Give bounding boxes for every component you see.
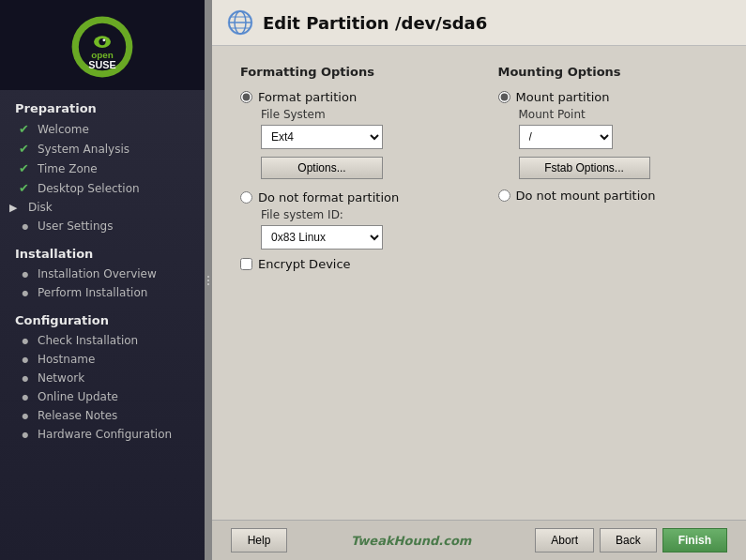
svg-text:SUSE: SUSE (88, 59, 115, 70)
fstab-options-button[interactable]: Fstab Options... (519, 157, 650, 179)
mounting-options-panel: Mounting Options Mount partition Mount P… (498, 65, 719, 206)
mount-point-dropdown-row: / /boot /home /opt /srv /tmp /usr /var (519, 125, 719, 149)
no-format-label[interactable]: Do not format partition (258, 190, 399, 204)
main-content: Edit Partition /dev/sda6 Formatting Opti… (212, 0, 746, 560)
sidebar-item-desktop-selection[interactable]: ✔ Desktop Selection (0, 178, 205, 198)
sidebar: open SUSE Preparation ✔ Welcome ✔ System… (0, 0, 205, 560)
no-mount-label[interactable]: Do not mount partition (516, 189, 656, 203)
check-icon: ✔ (19, 161, 32, 175)
sidebar-label-release-notes: Release Notes (38, 409, 117, 422)
page-header: Edit Partition /dev/sda6 (212, 0, 746, 46)
sidebar-item-user-settings[interactable]: ● User Settings (0, 217, 205, 235)
section-configuration: Configuration (0, 306, 205, 331)
bullet-icon: ● (19, 356, 32, 364)
mounting-panel-title: Mounting Options (498, 65, 719, 79)
no-format-row: Do not format partition (240, 190, 461, 204)
filesystem-id-select[interactable]: 0x83 Linux 0x82 Swap 0x8e LVM 0xfd RAID (261, 225, 383, 250)
no-mount-radio[interactable] (498, 189, 510, 202)
mount-partition-row: Mount partition (498, 90, 719, 104)
sidebar-item-release-notes[interactable]: ● Release Notes (0, 406, 205, 425)
filesystem-id-dropdown-row: 0x83 Linux 0x82 Swap 0x8e LVM 0xfd RAID (261, 225, 461, 250)
sidebar-label-online-update: Online Update (38, 390, 118, 403)
sidebar-item-welcome[interactable]: ✔ Welcome (0, 119, 205, 139)
footer-right: Abort Back Finish (535, 528, 727, 552)
encrypt-label[interactable]: Encrypt Device (258, 257, 351, 271)
divider-dot (207, 276, 209, 278)
options-button[interactable]: Options... (261, 157, 383, 179)
arrow-icon: ▶ (9, 202, 23, 214)
sidebar-item-time-zone[interactable]: ✔ Time Zone (0, 159, 205, 178)
bullet-icon: ● (19, 289, 32, 297)
section-installation: Installation (0, 239, 205, 265)
sidebar-label-welcome: Welcome (38, 123, 89, 136)
sidebar-item-perform-installation[interactable]: ● Perform Installation (0, 283, 205, 302)
bullet-icon: ● (19, 222, 32, 231)
sidebar-item-network[interactable]: ● Network (0, 369, 205, 387)
sidebar-resize-handle[interactable] (205, 0, 212, 560)
sidebar-label-hostname: Hostname (38, 353, 95, 366)
sidebar-logo: open SUSE (0, 0, 205, 90)
mount-point-select[interactable]: / /boot /home /opt /srv /tmp /usr /var (519, 125, 613, 149)
bullet-icon: ● (19, 374, 32, 383)
sidebar-item-check-installation[interactable]: ● Check Installation (0, 331, 205, 350)
sidebar-label-check-installation: Check Installation (38, 334, 138, 347)
content-area: Formatting Options Format partition File… (212, 46, 746, 520)
sidebar-label-disk: Disk (28, 201, 53, 214)
divider-dot (207, 280, 209, 281)
format-partition-radio[interactable] (240, 91, 252, 103)
bullet-icon: ● (19, 393, 32, 401)
sidebar-item-system-analysis[interactable]: ✔ System Analysis (0, 139, 205, 159)
section-preparation: Preparation (0, 94, 205, 119)
formatting-panel-title: Formatting Options (240, 65, 461, 79)
check-icon: ✔ (19, 142, 32, 156)
check-icon: ✔ (19, 181, 32, 195)
abort-button[interactable]: Abort (535, 528, 594, 552)
filesystem-sublabel: File System (261, 108, 461, 121)
bullet-icon: ● (19, 412, 32, 420)
sidebar-label-network: Network (38, 371, 84, 385)
finish-button[interactable]: Finish (662, 528, 727, 552)
filesystem-dropdown-row: Ext4 Ext3 Ext2 XFS ReiserFS Swap NTFS FA… (261, 125, 461, 149)
svg-point-6 (102, 38, 105, 41)
sidebar-label-system-analysis: System Analysis (38, 143, 129, 156)
opensuse-logo: open SUSE (69, 13, 136, 81)
no-format-radio[interactable] (240, 191, 252, 204)
mount-partition-radio[interactable] (498, 91, 510, 103)
format-partition-label[interactable]: Format partition (258, 90, 357, 104)
sidebar-label-desktop-selection: Desktop Selection (38, 182, 140, 195)
footer-brand: TweakHound.com (351, 534, 471, 548)
page-title: Edit Partition /dev/sda6 (263, 13, 487, 33)
filesystem-id-sublabel: File system ID: (261, 208, 461, 221)
sidebar-label-user-settings: User Settings (38, 219, 113, 233)
no-mount-row: Do not mount partition (498, 189, 719, 203)
sidebar-item-installation-overview[interactable]: ● Installation Overview (0, 265, 205, 283)
formatting-options-panel: Formatting Options Format partition File… (240, 65, 461, 271)
footer: Help TweakHound.com Abort Back Finish (212, 520, 746, 560)
bullet-icon: ● (19, 337, 32, 345)
footer-left: Help (231, 528, 287, 552)
filesystem-select[interactable]: Ext4 Ext3 Ext2 XFS ReiserFS Swap NTFS FA… (261, 125, 383, 149)
format-partition-row: Format partition (240, 90, 461, 104)
partition-icon (227, 9, 253, 36)
check-icon: ✔ (19, 122, 32, 136)
back-button[interactable]: Back (600, 528, 657, 552)
mount-partition-label[interactable]: Mount partition (516, 90, 610, 104)
sidebar-item-hardware-configuration[interactable]: ● Hardware Configuration (0, 425, 205, 444)
sidebar-label-perform-installation: Perform Installation (38, 286, 147, 299)
bullet-icon: ● (19, 431, 32, 439)
help-button[interactable]: Help (231, 528, 287, 552)
mount-point-sublabel: Mount Point (519, 108, 719, 121)
sidebar-label-time-zone: Time Zone (38, 162, 98, 175)
sidebar-item-hostname[interactable]: ● Hostname (0, 350, 205, 369)
sidebar-item-disk[interactable]: ▶ Disk (0, 198, 205, 217)
encrypt-checkbox[interactable] (240, 258, 252, 270)
divider-dot (207, 283, 209, 285)
sidebar-label-installation-overview: Installation Overview (38, 267, 157, 280)
encrypt-row: Encrypt Device (240, 257, 461, 271)
sidebar-label-hardware-configuration: Hardware Configuration (38, 428, 172, 441)
bullet-icon: ● (19, 270, 32, 279)
sidebar-item-online-update[interactable]: ● Online Update (0, 387, 205, 406)
